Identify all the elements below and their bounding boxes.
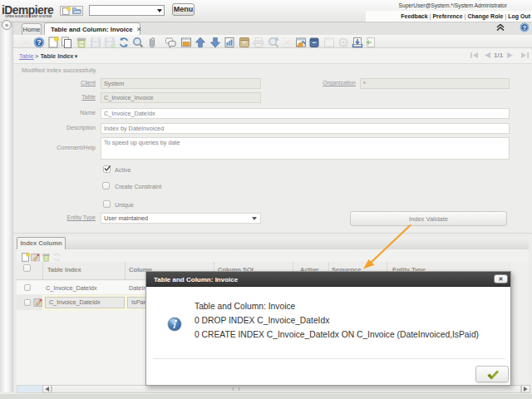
svg-text:?: ? (37, 38, 42, 47)
svg-text:?: ? (523, 24, 527, 32)
